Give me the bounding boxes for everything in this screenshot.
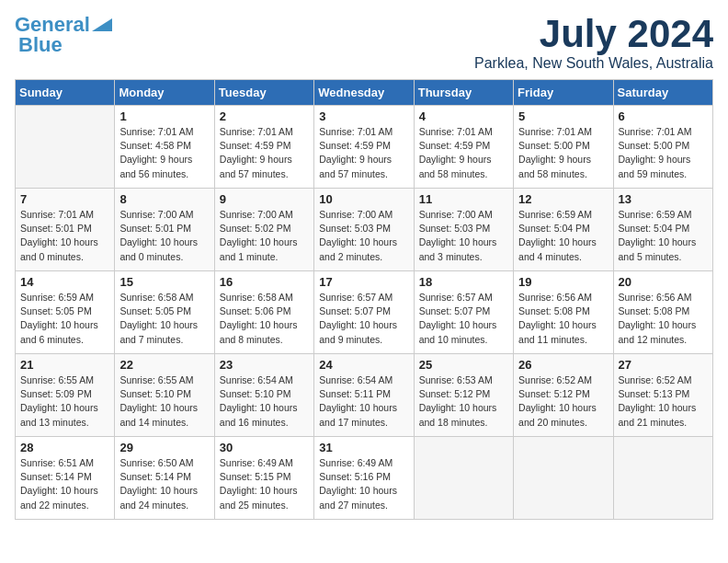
day-number: 31 [319, 441, 408, 454]
calendar-cell: 3Sunrise: 7:01 AMSunset: 4:59 PMDaylight… [314, 106, 414, 189]
calendar-cell: 18Sunrise: 6:57 AMSunset: 5:07 PMDayligh… [414, 271, 513, 354]
day-detail: Sunrise: 7:00 AMSunset: 5:03 PMDaylight:… [319, 208, 408, 264]
day-detail: Sunrise: 6:59 AMSunset: 5:04 PMDaylight:… [619, 208, 708, 264]
calendar-cell: 20Sunrise: 6:56 AMSunset: 5:08 PMDayligh… [613, 271, 712, 354]
calendar-cell: 9Sunrise: 7:00 AMSunset: 5:02 PMDaylight… [214, 189, 313, 271]
day-detail: Sunrise: 7:01 AMSunset: 4:58 PMDaylight:… [119, 125, 209, 181]
day-detail: Sunrise: 6:58 AMSunset: 5:05 PMDaylight:… [119, 291, 209, 347]
title-area: July 2024 Parklea, New South Wales, Aust… [474, 15, 713, 72]
calendar-cell: 19Sunrise: 6:56 AMSunset: 5:08 PMDayligh… [514, 271, 613, 354]
week-row-3: 14Sunrise: 6:59 AMSunset: 5:05 PMDayligh… [16, 271, 713, 354]
calendar-cell: 10Sunrise: 7:00 AMSunset: 5:03 PMDayligh… [314, 189, 414, 271]
calendar-cell [414, 437, 513, 520]
calendar-cell: 11Sunrise: 7:00 AMSunset: 5:03 PMDayligh… [414, 189, 513, 271]
day-number: 27 [619, 358, 708, 372]
day-number: 5 [518, 109, 608, 123]
day-detail: Sunrise: 6:58 AMSunset: 5:06 PMDaylight:… [220, 291, 309, 347]
day-header-wednesday: Wednesday [314, 80, 414, 106]
calendar-cell: 29Sunrise: 6:50 AMSunset: 5:14 PMDayligh… [115, 437, 214, 520]
day-header-thursday: Thursday [414, 80, 513, 106]
day-number: 18 [419, 275, 508, 289]
day-detail: Sunrise: 6:56 AMSunset: 5:08 PMDaylight:… [518, 291, 608, 347]
calendar-cell: 22Sunrise: 6:55 AMSunset: 5:10 PMDayligh… [115, 354, 214, 437]
day-detail: Sunrise: 6:52 AMSunset: 5:12 PMDaylight:… [518, 373, 608, 430]
day-detail: Sunrise: 6:56 AMSunset: 5:08 PMDaylight:… [619, 291, 708, 347]
calendar-cell: 27Sunrise: 6:52 AMSunset: 5:13 PMDayligh… [613, 354, 712, 437]
day-number: 21 [20, 358, 109, 372]
day-number: 9 [220, 192, 309, 206]
day-number: 22 [119, 358, 209, 372]
day-header-monday: Monday [115, 80, 214, 106]
day-number: 24 [319, 358, 408, 372]
day-number: 30 [220, 441, 309, 454]
day-detail: Sunrise: 7:01 AMSunset: 4:59 PMDaylight:… [220, 125, 309, 181]
day-number: 6 [619, 109, 708, 123]
day-number: 19 [518, 275, 608, 289]
day-number: 15 [119, 275, 209, 289]
day-detail: Sunrise: 6:49 AMSunset: 5:15 PMDaylight:… [220, 456, 309, 512]
day-detail: Sunrise: 7:01 AMSunset: 5:00 PMDaylight:… [619, 125, 708, 181]
day-detail: Sunrise: 6:57 AMSunset: 5:07 PMDaylight:… [419, 291, 508, 347]
day-detail: Sunrise: 6:53 AMSunset: 5:12 PMDaylight:… [419, 373, 508, 430]
week-row-5: 28Sunrise: 6:51 AMSunset: 5:14 PMDayligh… [16, 437, 713, 520]
day-detail: Sunrise: 7:01 AMSunset: 4:59 PMDaylight:… [319, 125, 408, 181]
day-number: 10 [319, 192, 408, 206]
day-number: 12 [518, 192, 608, 206]
day-detail: Sunrise: 6:55 AMSunset: 5:10 PMDaylight:… [119, 373, 209, 430]
location: Parklea, New South Wales, Australia [474, 55, 713, 72]
day-number: 16 [220, 275, 309, 289]
day-header-tuesday: Tuesday [214, 80, 313, 106]
svg-marker-0 [92, 18, 112, 31]
day-detail: Sunrise: 7:01 AMSunset: 4:59 PMDaylight:… [419, 125, 508, 181]
calendar-cell: 1Sunrise: 7:01 AMSunset: 4:58 PMDaylight… [115, 106, 214, 189]
calendar-cell: 26Sunrise: 6:52 AMSunset: 5:12 PMDayligh… [514, 354, 613, 437]
logo-triangle-icon [92, 15, 112, 31]
month-title: July 2024 [474, 15, 713, 53]
day-header-friday: Friday [514, 80, 613, 106]
day-detail: Sunrise: 7:00 AMSunset: 5:01 PMDaylight:… [119, 208, 209, 264]
day-number: 1 [119, 109, 209, 123]
day-detail: Sunrise: 7:00 AMSunset: 5:02 PMDaylight:… [220, 208, 309, 264]
calendar-cell: 25Sunrise: 6:53 AMSunset: 5:12 PMDayligh… [414, 354, 513, 437]
calendar-cell: 2Sunrise: 7:01 AMSunset: 4:59 PMDaylight… [214, 106, 313, 189]
calendar-cell: 30Sunrise: 6:49 AMSunset: 5:15 PMDayligh… [214, 437, 313, 520]
day-detail: Sunrise: 7:00 AMSunset: 5:03 PMDaylight:… [419, 208, 508, 264]
day-detail: Sunrise: 6:54 AMSunset: 5:10 PMDaylight:… [220, 373, 309, 430]
calendar-cell: 13Sunrise: 6:59 AMSunset: 5:04 PMDayligh… [613, 189, 712, 271]
logo: General Blue [15, 15, 112, 55]
calendar-cell: 4Sunrise: 7:01 AMSunset: 4:59 PMDaylight… [414, 106, 513, 189]
calendar-table: SundayMondayTuesdayWednesdayThursdayFrid… [15, 79, 713, 520]
calendar-cell: 8Sunrise: 7:00 AMSunset: 5:01 PMDaylight… [115, 189, 214, 271]
week-row-4: 21Sunrise: 6:55 AMSunset: 5:09 PMDayligh… [16, 354, 713, 437]
calendar-cell: 31Sunrise: 6:49 AMSunset: 5:16 PMDayligh… [314, 437, 414, 520]
week-row-1: 1Sunrise: 7:01 AMSunset: 4:58 PMDaylight… [16, 106, 713, 189]
calendar-cell: 28Sunrise: 6:51 AMSunset: 5:14 PMDayligh… [16, 437, 115, 520]
logo-text: General [15, 15, 90, 35]
calendar-cell: 12Sunrise: 6:59 AMSunset: 5:04 PMDayligh… [514, 189, 613, 271]
day-number: 3 [319, 109, 408, 123]
day-detail: Sunrise: 6:50 AMSunset: 5:14 PMDaylight:… [119, 456, 209, 512]
day-number: 26 [518, 358, 608, 372]
day-number: 20 [619, 275, 708, 289]
calendar-cell: 5Sunrise: 7:01 AMSunset: 5:00 PMDaylight… [514, 106, 613, 189]
calendar-cell: 16Sunrise: 6:58 AMSunset: 5:06 PMDayligh… [214, 271, 313, 354]
day-number: 13 [619, 192, 708, 206]
week-row-2: 7Sunrise: 7:01 AMSunset: 5:01 PMDaylight… [16, 189, 713, 271]
day-header-sunday: Sunday [16, 80, 115, 106]
calendar-cell [514, 437, 613, 520]
day-number: 8 [119, 192, 209, 206]
day-detail: Sunrise: 7:01 AMSunset: 5:00 PMDaylight:… [518, 125, 608, 181]
day-detail: Sunrise: 6:52 AMSunset: 5:13 PMDaylight:… [619, 373, 708, 430]
day-number: 23 [220, 358, 309, 372]
logo-blue-text: Blue [18, 33, 63, 56]
day-detail: Sunrise: 6:59 AMSunset: 5:04 PMDaylight:… [518, 208, 608, 264]
calendar-cell [613, 437, 712, 520]
day-number: 11 [419, 192, 508, 206]
calendar-cell: 6Sunrise: 7:01 AMSunset: 5:00 PMDaylight… [613, 106, 712, 189]
calendar-cell: 14Sunrise: 6:59 AMSunset: 5:05 PMDayligh… [16, 271, 115, 354]
day-detail: Sunrise: 6:49 AMSunset: 5:16 PMDaylight:… [319, 456, 408, 512]
calendar-cell: 24Sunrise: 6:54 AMSunset: 5:11 PMDayligh… [314, 354, 414, 437]
day-detail: Sunrise: 6:59 AMSunset: 5:05 PMDaylight:… [20, 291, 109, 347]
day-number: 2 [220, 109, 309, 123]
day-number: 4 [419, 109, 508, 123]
